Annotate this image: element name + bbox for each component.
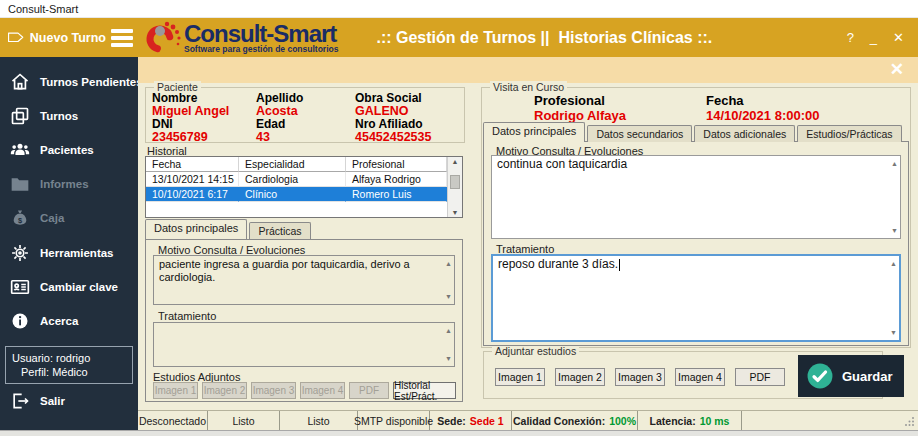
status-label: Sede: — [437, 415, 466, 427]
status-filler — [742, 411, 918, 430]
user-perfil: Perfil: Médico — [12, 365, 126, 379]
nuevo-turno-button[interactable]: Nuevo Turno — [0, 18, 138, 57]
folder-icon — [10, 174, 30, 194]
sidebar-item-pacientes[interactable]: Pacientes — [0, 133, 138, 167]
column-header[interactable]: Profesional — [346, 157, 447, 172]
left-tabs: Datos principales Prácticas — [145, 219, 313, 239]
sidebar-item-herramientas[interactable]: Herramientas — [0, 236, 138, 270]
tab-datos-adicionales[interactable]: Datos adicionales — [694, 125, 795, 142]
appointments-icon — [10, 106, 30, 126]
column-header[interactable]: Fecha — [146, 157, 239, 172]
sidebar-item-label: Salir — [40, 395, 65, 407]
status-value: 10 ms — [700, 415, 730, 427]
sidebar-item-salir[interactable]: Salir — [0, 384, 138, 418]
sidebar-item-label: Caja — [40, 212, 64, 224]
scroll-down-icon[interactable]: ▼ — [445, 290, 452, 303]
gear-icon — [10, 243, 30, 263]
tab-estudios-practicas[interactable]: Estudios/Prácticas — [797, 125, 901, 142]
sidebar-item-label: Acerca — [40, 315, 78, 327]
app-header: Nuevo Turno Consult-Smart Software para … — [0, 18, 918, 57]
imagen1-button[interactable]: Imagen 1 — [495, 368, 545, 386]
estudios-buttons: Imagen 1 Imagen 2 Imagen 3 Imagen 4 PDF … — [153, 382, 456, 399]
scroll-up-icon[interactable]: ▲ — [891, 157, 898, 170]
fecha-value: 14/10/2021 8:00:00 — [706, 108, 819, 123]
guardar-button[interactable]: Guardar — [798, 355, 904, 397]
window-bottom-edge — [0, 430, 918, 436]
motivo-textarea-visita[interactable]: continua con taquicardia ▲ ▼ — [491, 155, 901, 239]
hamburger-menu-icon[interactable] — [111, 29, 133, 47]
sidebar-item-turnos-pendientes[interactable]: Turnos Pendientes — [0, 65, 138, 99]
resize-grip-icon[interactable] — [905, 416, 915, 426]
close-button[interactable]: ✕ — [893, 30, 904, 45]
table-row-cell-selected[interactable]: 10/10/2021 6:17 — [146, 187, 239, 202]
logo-title: Consult-Smart — [184, 22, 338, 46]
pdf-button[interactable]: PDF — [735, 368, 785, 386]
table-row-cell[interactable]: 13/10/2021 14:15 — [146, 172, 239, 187]
scroll-down-icon[interactable]: ▼ — [445, 352, 452, 365]
left-tab-panel: Motivo Consulta / Evoluciones paciente i… — [145, 239, 463, 402]
historial-est-pract-button[interactable]: Historial Est/Práct. — [393, 382, 456, 399]
field-value: 43 — [256, 131, 355, 144]
table-row-cell-selected[interactable]: Romero Luis — [346, 187, 447, 202]
tratamiento-textarea-visita[interactable]: reposo durante 3 días. ▲ ▼ — [491, 254, 901, 342]
scroll-down-icon[interactable]: ▼ — [891, 224, 898, 237]
status-text: Listo — [307, 415, 329, 427]
sidebar-item-label: Herramientas — [40, 247, 114, 259]
scroll-up-icon[interactable]: ▲ — [445, 324, 452, 337]
sidebar-item-acerca[interactable]: Acerca — [0, 304, 138, 338]
imagen4-button[interactable]: Imagen 4 — [675, 368, 725, 386]
scroll-up-icon[interactable]: ▲ — [890, 257, 897, 270]
form-header-strip: ✕ — [138, 57, 918, 83]
money-bag-icon: $ — [10, 208, 30, 228]
visita-groupbox: Visita en Curso Profesional Rodrigo Alfa… — [481, 87, 911, 348]
status-listo-1: Listo — [208, 411, 280, 430]
column-header[interactable]: Especialidad — [239, 157, 346, 172]
window-title: Consult-Smart — [8, 3, 78, 15]
tab-datos-secundarios[interactable]: Datos secundarios — [587, 125, 692, 142]
tratamiento-text: reposo durante 3 días. — [498, 257, 618, 271]
tab-datos-principales[interactable]: Datos principales — [145, 219, 247, 239]
motivo-text: continua con taquicardia — [497, 157, 627, 171]
sidebar-item-turnos[interactable]: Turnos — [0, 99, 138, 133]
imagen3-button[interactable]: Imagen 3 — [615, 368, 665, 386]
status-value: Sede 1 — [470, 415, 504, 427]
scroll-up-icon[interactable]: ▲ — [448, 158, 462, 165]
imagen2-button[interactable]: Imagen 2 — [555, 368, 605, 386]
form-close-icon[interactable]: ✕ — [890, 59, 904, 80]
scroll-up-icon[interactable]: ▲ — [445, 257, 452, 270]
exit-icon — [10, 391, 30, 411]
tab-practicas[interactable]: Prácticas — [249, 222, 310, 239]
imagen3-button-disabled: Imagen 3 — [251, 382, 296, 399]
tratamiento-textarea-historial[interactable]: ▲ ▼ — [153, 322, 455, 367]
nuevo-turno-label: Nuevo Turno — [30, 31, 106, 45]
motivo-textarea-historial[interactable]: paciente ingresa a guardia por taquicard… — [153, 255, 455, 305]
visita-group-label: Visita en Curso — [490, 81, 567, 93]
field-value: 45452452535 — [355, 131, 431, 144]
status-calidad: Calidad Conexión: 100% — [512, 411, 638, 430]
text-cursor — [619, 259, 620, 271]
status-latencia: Latencia: 10 ms — [638, 411, 742, 430]
visita-tab-panel: Motivo Consulta / Evoluciones continua c… — [483, 141, 909, 346]
profesional-label: Profesional — [534, 93, 706, 108]
sidebar-item-cambiar-clave[interactable]: Cambiar clave — [0, 270, 138, 304]
status-conexion: Desconectado — [138, 411, 208, 430]
scroll-thumb[interactable] — [450, 175, 460, 189]
paciente-groupbox: Paciente Nombre Miguel Angel DNI 2345678… — [145, 87, 465, 143]
minimize-button[interactable]: _ — [870, 30, 877, 45]
tag-icon — [7, 31, 25, 44]
sidebar: Turnos Pendientes Turnos Pacientes Infor… — [0, 57, 138, 430]
status-listo-2: Listo — [280, 411, 358, 430]
scroll-down-icon[interactable]: ▼ — [890, 326, 897, 339]
table-row-cell[interactable]: Alfaya Rodrigo — [346, 172, 447, 187]
table-scrollbar[interactable]: ▲ ▼ — [447, 157, 462, 217]
help-button[interactable]: ? — [847, 30, 854, 45]
status-bar: Desconectado Listo Listo SMTP disponible… — [138, 410, 918, 430]
table-row-cell-selected[interactable]: Clínico — [239, 187, 346, 202]
imagen1-button-disabled: Imagen 1 — [153, 382, 198, 399]
tab-datos-principales[interactable]: Datos principales — [483, 122, 585, 142]
app-logo: Consult-Smart Software para gestión de c… — [144, 20, 338, 56]
patients-icon — [10, 140, 30, 160]
scroll-down-icon[interactable]: ▼ — [448, 209, 462, 216]
phone-logo-icon — [144, 20, 184, 56]
table-row-cell[interactable]: Cardiologia — [239, 172, 346, 187]
